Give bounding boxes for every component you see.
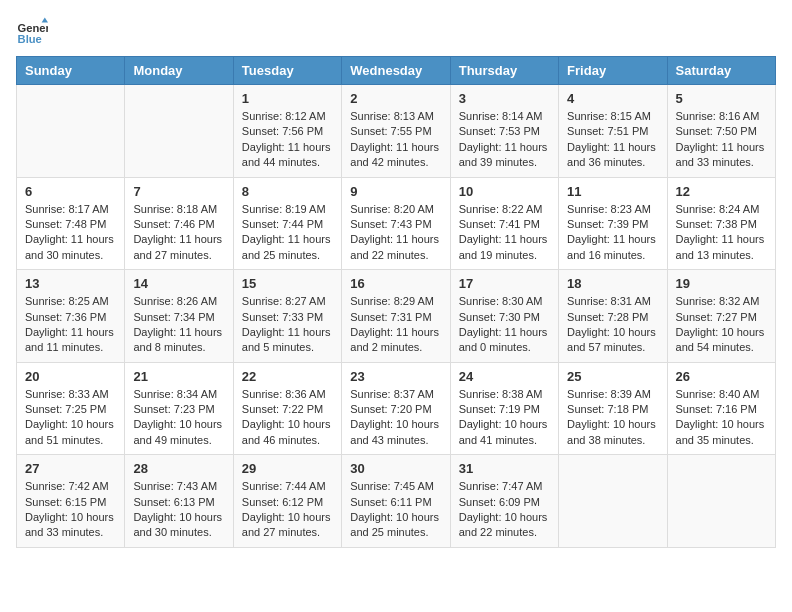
calendar-cell: 2Sunrise: 8:13 AMSunset: 7:55 PMDaylight…: [342, 85, 450, 178]
calendar-cell: 25Sunrise: 8:39 AMSunset: 7:18 PMDayligh…: [559, 362, 667, 455]
calendar-cell: 9Sunrise: 8:20 AMSunset: 7:43 PMDaylight…: [342, 177, 450, 270]
day-info: Sunrise: 8:24 AMSunset: 7:38 PMDaylight:…: [676, 202, 767, 264]
day-number: 17: [459, 276, 550, 291]
day-number: 18: [567, 276, 658, 291]
day-number: 1: [242, 91, 333, 106]
day-info: Sunrise: 8:14 AMSunset: 7:53 PMDaylight:…: [459, 109, 550, 171]
calendar-cell: 19Sunrise: 8:32 AMSunset: 7:27 PMDayligh…: [667, 270, 775, 363]
day-info: Sunrise: 8:38 AMSunset: 7:19 PMDaylight:…: [459, 387, 550, 449]
day-info: Sunrise: 8:20 AMSunset: 7:43 PMDaylight:…: [350, 202, 441, 264]
day-number: 4: [567, 91, 658, 106]
svg-text:General: General: [18, 22, 48, 34]
calendar-cell: [667, 455, 775, 548]
day-number: 3: [459, 91, 550, 106]
day-info: Sunrise: 8:26 AMSunset: 7:34 PMDaylight:…: [133, 294, 224, 356]
page-header: General Blue: [16, 16, 776, 48]
header-friday: Friday: [559, 57, 667, 85]
calendar-cell: 23Sunrise: 8:37 AMSunset: 7:20 PMDayligh…: [342, 362, 450, 455]
day-info: Sunrise: 7:43 AMSunset: 6:13 PMDaylight:…: [133, 479, 224, 541]
day-number: 30: [350, 461, 441, 476]
day-info: Sunrise: 8:32 AMSunset: 7:27 PMDaylight:…: [676, 294, 767, 356]
calendar-cell: 18Sunrise: 8:31 AMSunset: 7:28 PMDayligh…: [559, 270, 667, 363]
calendar-cell: 31Sunrise: 7:47 AMSunset: 6:09 PMDayligh…: [450, 455, 558, 548]
day-info: Sunrise: 8:31 AMSunset: 7:28 PMDaylight:…: [567, 294, 658, 356]
calendar-cell: 28Sunrise: 7:43 AMSunset: 6:13 PMDayligh…: [125, 455, 233, 548]
day-number: 6: [25, 184, 116, 199]
day-number: 9: [350, 184, 441, 199]
day-info: Sunrise: 8:25 AMSunset: 7:36 PMDaylight:…: [25, 294, 116, 356]
calendar-cell: [125, 85, 233, 178]
header-saturday: Saturday: [667, 57, 775, 85]
day-number: 20: [25, 369, 116, 384]
calendar-cell: 13Sunrise: 8:25 AMSunset: 7:36 PMDayligh…: [17, 270, 125, 363]
calendar-table: SundayMondayTuesdayWednesdayThursdayFrid…: [16, 56, 776, 548]
day-number: 26: [676, 369, 767, 384]
logo-icon: General Blue: [16, 16, 48, 48]
calendar-cell: 30Sunrise: 7:45 AMSunset: 6:11 PMDayligh…: [342, 455, 450, 548]
day-info: Sunrise: 7:42 AMSunset: 6:15 PMDaylight:…: [25, 479, 116, 541]
day-info: Sunrise: 8:34 AMSunset: 7:23 PMDaylight:…: [133, 387, 224, 449]
day-info: Sunrise: 7:45 AMSunset: 6:11 PMDaylight:…: [350, 479, 441, 541]
calendar-cell: 17Sunrise: 8:30 AMSunset: 7:30 PMDayligh…: [450, 270, 558, 363]
calendar-cell: 5Sunrise: 8:16 AMSunset: 7:50 PMDaylight…: [667, 85, 775, 178]
calendar-cell: 20Sunrise: 8:33 AMSunset: 7:25 PMDayligh…: [17, 362, 125, 455]
calendar-cell: 29Sunrise: 7:44 AMSunset: 6:12 PMDayligh…: [233, 455, 341, 548]
week-row-3: 13Sunrise: 8:25 AMSunset: 7:36 PMDayligh…: [17, 270, 776, 363]
calendar-cell: 8Sunrise: 8:19 AMSunset: 7:44 PMDaylight…: [233, 177, 341, 270]
day-info: Sunrise: 7:44 AMSunset: 6:12 PMDaylight:…: [242, 479, 333, 541]
day-info: Sunrise: 8:19 AMSunset: 7:44 PMDaylight:…: [242, 202, 333, 264]
week-row-1: 1Sunrise: 8:12 AMSunset: 7:56 PMDaylight…: [17, 85, 776, 178]
day-number: 22: [242, 369, 333, 384]
day-info: Sunrise: 8:16 AMSunset: 7:50 PMDaylight:…: [676, 109, 767, 171]
day-number: 8: [242, 184, 333, 199]
day-info: Sunrise: 8:15 AMSunset: 7:51 PMDaylight:…: [567, 109, 658, 171]
svg-marker-2: [42, 18, 48, 23]
day-info: Sunrise: 8:17 AMSunset: 7:48 PMDaylight:…: [25, 202, 116, 264]
header-monday: Monday: [125, 57, 233, 85]
day-number: 27: [25, 461, 116, 476]
calendar-cell: 1Sunrise: 8:12 AMSunset: 7:56 PMDaylight…: [233, 85, 341, 178]
week-row-4: 20Sunrise: 8:33 AMSunset: 7:25 PMDayligh…: [17, 362, 776, 455]
header-wednesday: Wednesday: [342, 57, 450, 85]
day-info: Sunrise: 8:40 AMSunset: 7:16 PMDaylight:…: [676, 387, 767, 449]
day-number: 10: [459, 184, 550, 199]
day-info: Sunrise: 8:39 AMSunset: 7:18 PMDaylight:…: [567, 387, 658, 449]
day-info: Sunrise: 7:47 AMSunset: 6:09 PMDaylight:…: [459, 479, 550, 541]
day-number: 14: [133, 276, 224, 291]
calendar-cell: 15Sunrise: 8:27 AMSunset: 7:33 PMDayligh…: [233, 270, 341, 363]
day-info: Sunrise: 8:33 AMSunset: 7:25 PMDaylight:…: [25, 387, 116, 449]
header-thursday: Thursday: [450, 57, 558, 85]
day-number: 25: [567, 369, 658, 384]
day-number: 23: [350, 369, 441, 384]
calendar-cell: 24Sunrise: 8:38 AMSunset: 7:19 PMDayligh…: [450, 362, 558, 455]
logo: General Blue: [16, 16, 52, 48]
day-number: 16: [350, 276, 441, 291]
day-number: 15: [242, 276, 333, 291]
calendar-cell: 27Sunrise: 7:42 AMSunset: 6:15 PMDayligh…: [17, 455, 125, 548]
day-number: 28: [133, 461, 224, 476]
calendar-cell: 16Sunrise: 8:29 AMSunset: 7:31 PMDayligh…: [342, 270, 450, 363]
day-number: 12: [676, 184, 767, 199]
calendar-header-row: SundayMondayTuesdayWednesdayThursdayFrid…: [17, 57, 776, 85]
week-row-5: 27Sunrise: 7:42 AMSunset: 6:15 PMDayligh…: [17, 455, 776, 548]
calendar-cell: 11Sunrise: 8:23 AMSunset: 7:39 PMDayligh…: [559, 177, 667, 270]
calendar-cell: 6Sunrise: 8:17 AMSunset: 7:48 PMDaylight…: [17, 177, 125, 270]
day-info: Sunrise: 8:36 AMSunset: 7:22 PMDaylight:…: [242, 387, 333, 449]
calendar-cell: 14Sunrise: 8:26 AMSunset: 7:34 PMDayligh…: [125, 270, 233, 363]
calendar-cell: 26Sunrise: 8:40 AMSunset: 7:16 PMDayligh…: [667, 362, 775, 455]
calendar-cell: 3Sunrise: 8:14 AMSunset: 7:53 PMDaylight…: [450, 85, 558, 178]
week-row-2: 6Sunrise: 8:17 AMSunset: 7:48 PMDaylight…: [17, 177, 776, 270]
day-number: 24: [459, 369, 550, 384]
day-info: Sunrise: 8:12 AMSunset: 7:56 PMDaylight:…: [242, 109, 333, 171]
day-info: Sunrise: 8:22 AMSunset: 7:41 PMDaylight:…: [459, 202, 550, 264]
day-info: Sunrise: 8:29 AMSunset: 7:31 PMDaylight:…: [350, 294, 441, 356]
day-number: 5: [676, 91, 767, 106]
svg-text:Blue: Blue: [18, 33, 42, 45]
day-number: 19: [676, 276, 767, 291]
day-number: 31: [459, 461, 550, 476]
day-number: 7: [133, 184, 224, 199]
calendar-cell: 7Sunrise: 8:18 AMSunset: 7:46 PMDaylight…: [125, 177, 233, 270]
day-number: 21: [133, 369, 224, 384]
calendar-cell: 10Sunrise: 8:22 AMSunset: 7:41 PMDayligh…: [450, 177, 558, 270]
day-info: Sunrise: 8:27 AMSunset: 7:33 PMDaylight:…: [242, 294, 333, 356]
